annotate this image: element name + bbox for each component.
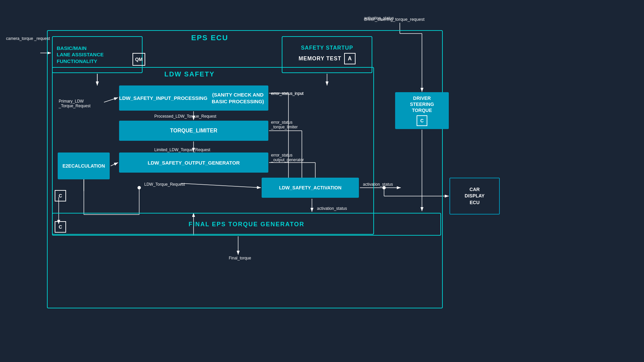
camera-torque-request-label: camera_torque _request <box>6 36 50 41</box>
ldw-safety-label: LDW SAFETY <box>164 70 215 78</box>
activation-status-label: activation_status <box>363 182 393 187</box>
basic-main-text: BASIC/MAIN LANE ASSISTANCE FUNCTIONALITY <box>57 45 104 65</box>
ldw-output-generator-block: LDW_SAFETY_OUTPUT_GENERATOR <box>119 153 268 173</box>
driver-steering-c-badge: C <box>417 115 427 126</box>
driver-steering-torque-box: DRIVER STEERING TORQUE C <box>395 92 449 129</box>
ldw-input-processing-block: LDW_SAFETY_INPUT_PROCESSING (SANITY CHEC… <box>119 85 268 111</box>
memory-test-row: MEMORY TEST A <box>299 53 355 64</box>
driver-steering-text: DRIVER STEERING TORQUE <box>410 95 434 114</box>
c-badge-e2e: C <box>55 190 66 201</box>
memory-test-text: MEMORY TEST <box>299 56 341 62</box>
driver-steering-torque-request-signal: activation_status <box>364 16 394 20</box>
diagram-container: EPS ECU camera_torque _request driver_st… <box>0 0 644 362</box>
activation-status-label2: activation_status <box>317 206 347 211</box>
car-display-text: CAR DISPLAY ECU <box>465 186 484 206</box>
c-badge-bottom: C <box>55 221 66 233</box>
limited-ldw-label: Limited_LDW_Torque_Request <box>154 147 210 152</box>
processed-ldw-label: Processed_LDW_Torque_Request <box>154 114 216 119</box>
primary-ldw-label: Primary_LDW_Torque_Request <box>59 99 91 108</box>
ldw-safety-activation-block: LDW_SAFETY_ACTIVATION <box>262 178 359 198</box>
safety-startup-label: SAFETY STARTUP <box>301 45 353 51</box>
error-status-output-gen-label: error_status_output_generator <box>271 153 304 162</box>
torque-limiter-block: TORQUE_LIMITER <box>119 121 268 141</box>
a-badge: A <box>344 53 356 64</box>
e2e-calculation-block: E2E CALCULATION <box>58 153 110 179</box>
ldw-torque-request-label: LDW_Torque_Request <box>144 182 185 187</box>
final-eps-label: FINAL EPS TORQUE GENERATOR <box>189 221 305 228</box>
eps-ecu-label: EPS ECU <box>191 34 228 42</box>
qm-badge: QM <box>132 53 145 66</box>
final-eps-box: FINAL EPS TORQUE GENERATOR <box>52 213 441 236</box>
final-torque-label: Final_torque <box>229 256 251 260</box>
car-display-ecu-box: CAR DISPLAY ECU <box>449 178 500 215</box>
error-status-torque-limiter-label: error_status_torque_limiter <box>271 120 298 129</box>
error-status-input-signal: error_status_input <box>271 91 304 96</box>
